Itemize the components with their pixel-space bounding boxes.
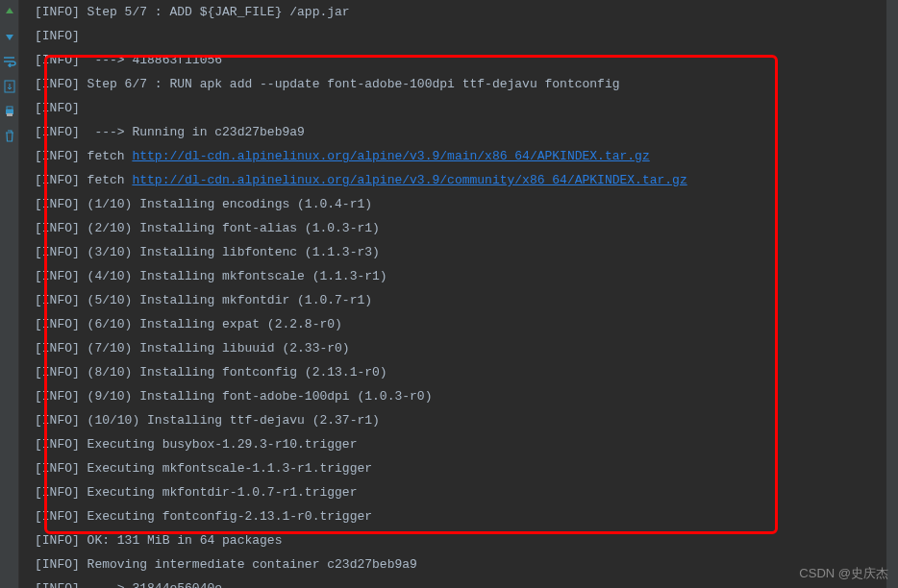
wrap-icon[interactable] [2, 54, 17, 69]
log-text: (10/10) Installing ttf-dejavu (2.37-r1) [80, 413, 380, 428]
log-prefix: [INFO] [35, 125, 80, 139]
log-line: [INFO] (9/10) Installing font-adobe-100d… [35, 384, 883, 408]
arrow-up-icon[interactable] [2, 4, 17, 19]
log-prefix: [INFO] [35, 269, 80, 283]
log-line: [INFO] [35, 24, 883, 48]
log-prefix: [INFO] [35, 53, 80, 67]
log-prefix: [INFO] [35, 293, 80, 307]
log-text: (3/10) Installing libfontenc (1.1.3-r3) [80, 245, 380, 259]
log-line: [INFO] fetch http://dl-cdn.alpinelinux.o… [35, 168, 883, 192]
log-prefix: [INFO] [35, 365, 80, 380]
log-line: [INFO] Executing fontconfig-2.13.1-r0.tr… [35, 504, 883, 528]
log-prefix: [INFO] [35, 317, 80, 331]
log-text: Executing busybox-1.29.3-r10.trigger [80, 437, 358, 452]
log-prefix: [INFO] [35, 77, 80, 91]
svg-rect-2 [7, 107, 12, 110]
scroll-icon[interactable] [2, 79, 17, 94]
log-prefix: [INFO] [35, 581, 80, 588]
print-icon[interactable] [2, 104, 17, 119]
log-prefix: [INFO] [35, 533, 80, 548]
log-text: (7/10) Installing libuuid (2.33-r0) [80, 341, 350, 355]
log-line: [INFO] [35, 96, 883, 120]
log-line: [INFO] Step 5/7 : ADD ${JAR_FILE} /app.j… [35, 0, 883, 24]
log-link[interactable]: http://dl-cdn.alpinelinux.org/alpine/v3.… [132, 173, 686, 187]
log-text: Removing intermediate container c23d27be… [80, 557, 417, 572]
console-output: [INFO] Step 5/7 : ADD ${JAR_FILE} /app.j… [19, 0, 898, 588]
log-text: (4/10) Installing mkfontscale (1.1.3-r1) [80, 269, 387, 283]
log-prefix: [INFO] [35, 437, 80, 452]
log-prefix: [INFO] [35, 29, 80, 43]
log-text: (6/10) Installing expat (2.2.8-r0) [80, 317, 342, 331]
log-line: [INFO] Executing mkfontscale-1.1.3-r1.tr… [35, 456, 883, 480]
log-prefix: [INFO] [35, 461, 80, 476]
log-prefix: [INFO] [35, 341, 80, 355]
log-line: [INFO] Removing intermediate container c… [35, 552, 883, 576]
log-line: [INFO] Executing mkfontdir-1.0.7-r1.trig… [35, 480, 883, 504]
log-prefix: [INFO] [35, 509, 80, 524]
log-text: Executing mkfontscale-1.1.3-r1.trigger [80, 461, 372, 476]
log-line: [INFO] (4/10) Installing mkfontscale (1.… [35, 264, 883, 288]
log-line: [INFO] (1/10) Installing encodings (1.0.… [35, 192, 883, 216]
log-prefix: [INFO] [35, 557, 80, 572]
log-prefix: [INFO] [35, 485, 80, 500]
log-prefix: [INFO] [35, 197, 80, 211]
log-line: [INFO] fetch http://dl-cdn.alpinelinux.o… [35, 144, 883, 168]
log-link[interactable]: http://dl-cdn.alpinelinux.org/alpine/v3.… [132, 149, 649, 163]
log-text: (5/10) Installing mkfontdir (1.0.7-r1) [80, 293, 372, 307]
log-text: fetch [80, 173, 133, 187]
log-area: [INFO] Step 5/7 : ADD ${JAR_FILE} /app.j… [23, 0, 894, 588]
log-text: Step 6/7 : RUN apk add --update font-ado… [80, 77, 620, 91]
log-prefix: [INFO] [35, 221, 80, 235]
log-line: [INFO] (10/10) Installing ttf-dejavu (2.… [35, 408, 883, 432]
sidebar-toolbar [0, 0, 19, 588]
log-line: [INFO] (8/10) Installing fontconfig (2.1… [35, 360, 883, 384]
log-line: [INFO] (3/10) Installing libfontenc (1.1… [35, 240, 883, 264]
log-line: [INFO] ---> 31844e56040e [35, 576, 883, 588]
watermark: CSDN @史庆杰 [799, 565, 888, 582]
log-prefix: [INFO] [35, 173, 80, 187]
log-text: (2/10) Installing font-alias (1.0.3-r1) [80, 221, 380, 235]
log-text: ---> Running in c23d27beb9a9 [80, 125, 305, 139]
log-text: OK: 131 MiB in 64 packages [80, 533, 283, 548]
log-prefix: [INFO] [35, 101, 80, 115]
log-line: [INFO] Step 6/7 : RUN apk add --update f… [35, 72, 883, 96]
log-prefix: [INFO] [35, 149, 80, 163]
log-line: [INFO] ---> 418863f11056 [35, 48, 883, 72]
log-line: [INFO] (5/10) Installing mkfontdir (1.0.… [35, 288, 883, 312]
log-line: [INFO] (7/10) Installing libuuid (2.33-r… [35, 336, 883, 360]
log-line: [INFO] (6/10) Installing expat (2.2.8-r0… [35, 312, 883, 336]
scrollbar[interactable] [886, 0, 898, 588]
log-text: ---> 418863f11056 [80, 53, 222, 67]
log-text: fetch [80, 149, 133, 163]
log-text: (1/10) Installing encodings (1.0.4-r1) [80, 197, 372, 211]
log-prefix: [INFO] [35, 5, 80, 19]
log-line: [INFO] OK: 131 MiB in 64 packages [35, 528, 883, 552]
log-text: Step 5/7 : ADD ${JAR_FILE} /app.jar [80, 5, 350, 19]
log-prefix: [INFO] [35, 245, 80, 259]
log-text: Executing mkfontdir-1.0.7-r1.trigger [80, 485, 358, 500]
log-text: (9/10) Installing font-adobe-100dpi (1.0… [80, 389, 433, 404]
log-line: [INFO] ---> Running in c23d27beb9a9 [35, 120, 883, 144]
svg-rect-3 [7, 113, 12, 116]
log-line: [INFO] (2/10) Installing font-alias (1.0… [35, 216, 883, 240]
log-text: ---> 31844e56040e [80, 581, 222, 588]
log-prefix: [INFO] [35, 389, 80, 404]
log-text: (8/10) Installing fontconfig (2.13.1-r0) [80, 365, 387, 380]
trash-icon[interactable] [2, 129, 17, 144]
arrow-down-icon[interactable] [2, 29, 17, 44]
log-text: Executing fontconfig-2.13.1-r0.trigger [80, 509, 372, 524]
log-prefix: [INFO] [35, 413, 80, 428]
log-line: [INFO] Executing busybox-1.29.3-r10.trig… [35, 432, 883, 456]
